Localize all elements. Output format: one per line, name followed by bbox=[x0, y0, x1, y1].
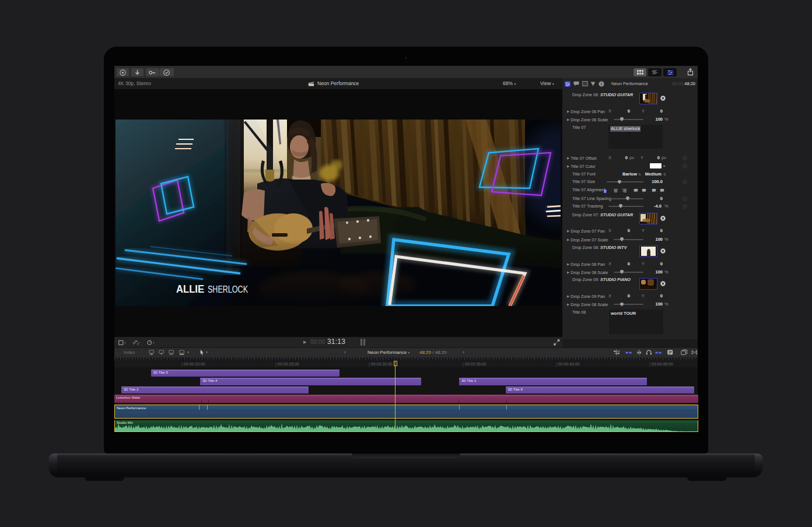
svg-text:SHERLOCK: SHERLOCK bbox=[208, 284, 248, 294]
svg-text:ALLIE: ALLIE bbox=[176, 283, 204, 295]
